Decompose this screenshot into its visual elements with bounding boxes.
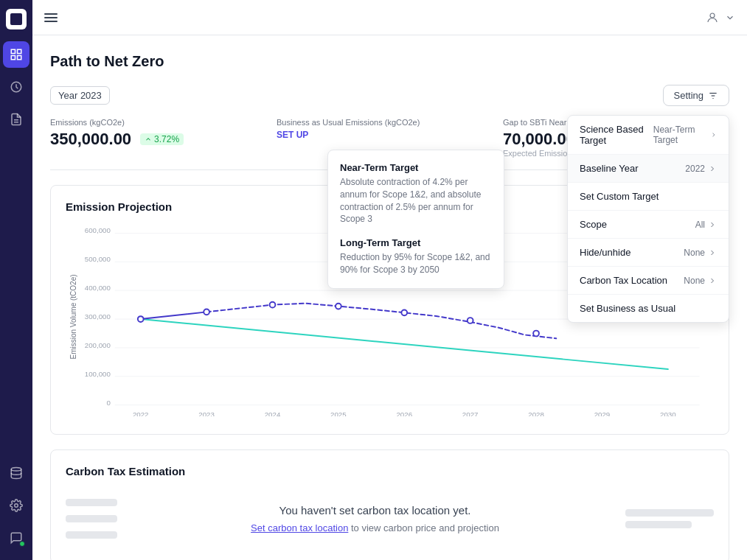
svg-text:100,000: 100,000 (85, 370, 111, 378)
settings-baseline-year[interactable]: Baseline Year 2022 (568, 155, 729, 183)
y-axis-title: Emission Volume (tCO2e) (69, 285, 77, 359)
svg-point-9 (710, 13, 715, 18)
svg-point-43 (533, 331, 539, 337)
svg-line-36 (141, 319, 668, 369)
main-content: Path to Net Zero Year 2023 Setting Emiss… (32, 0, 747, 560)
settings-business-as-usual[interactable]: Set Business as Usual (568, 295, 729, 322)
svg-text:2030: 2030 (660, 410, 676, 416)
skeleton-bar (66, 499, 117, 506)
settings-carbon-tax-location[interactable]: Carbon Tax Location None (568, 267, 729, 295)
skeleton-bar (625, 521, 692, 528)
svg-rect-3 (11, 56, 15, 60)
near-long-term-tooltip: Near-Term Target Absolute contraction of… (327, 150, 504, 289)
chevron-down-icon (725, 13, 735, 23)
chevron-right-icon (708, 220, 717, 229)
carbon-empty-desc: Set carbon tax location to view carbon p… (251, 522, 499, 533)
sidebar-item-chat[interactable] (3, 525, 29, 551)
svg-text:2026: 2026 (396, 410, 412, 416)
sidebar-item-database[interactable] (3, 460, 29, 486)
svg-point-8 (15, 504, 18, 508)
setup-link[interactable]: SET UP (277, 130, 503, 140)
settings-scope[interactable]: Scope All (568, 211, 729, 239)
settings-hide-unhide[interactable]: Hide/unhide None (568, 239, 729, 267)
chevron-right-icon (708, 276, 717, 285)
svg-text:2025: 2025 (330, 410, 347, 416)
settings-custom-target[interactable]: Set Custom Target (568, 183, 729, 211)
svg-text:600,000: 600,000 (85, 226, 111, 234)
sidebar-item-gear[interactable] (3, 492, 29, 519)
svg-point-42 (468, 318, 473, 323)
setting-button[interactable]: Setting (663, 85, 729, 106)
user-icon (706, 11, 719, 24)
svg-text:300,000: 300,000 (85, 312, 111, 321)
notification-dot (19, 541, 25, 547)
set-carbon-tax-link[interactable]: Set carbon tax location (251, 522, 348, 533)
svg-rect-2 (18, 56, 21, 60)
carbon-empty-title: You haven't set carbon tax location yet. (279, 504, 471, 517)
svg-point-41 (401, 309, 407, 315)
stat-emissions: Emissions (kgCO2e) 350,000.00 3.72% (50, 118, 277, 158)
svg-text:500,000: 500,000 (85, 255, 111, 263)
chevron-right-icon (710, 130, 717, 139)
svg-point-37 (138, 316, 144, 322)
svg-text:2024: 2024 (265, 410, 281, 416)
svg-text:0: 0 (107, 399, 111, 407)
sidebar-item-clock[interactable] (3, 74, 29, 100)
sidebar-item-docs[interactable] (3, 106, 29, 133)
skeleton-bar (66, 515, 117, 522)
svg-text:400,000: 400,000 (85, 284, 111, 292)
carbon-tax-title: Carbon Tax Estimation (66, 465, 714, 477)
filter-icon (708, 91, 718, 101)
near-term-target-item: Near-Term Target Absolute contraction of… (340, 162, 492, 225)
near-term-title: Near-Term Target (340, 162, 492, 173)
svg-point-7 (11, 468, 21, 472)
emissions-value: 350,000.00 (50, 130, 131, 149)
sidebar-item-dashboard[interactable] (3, 41, 29, 68)
sidebar (0, 0, 32, 560)
svg-point-40 (336, 304, 341, 309)
svg-text:2029: 2029 (594, 410, 611, 416)
svg-text:2028: 2028 (528, 410, 544, 416)
chevron-right-icon (708, 248, 717, 257)
app-logo (6, 9, 27, 29)
svg-rect-1 (18, 49, 21, 53)
settings-dropdown: Science Based Target Near-Term Target Ba… (567, 115, 729, 323)
svg-rect-0 (11, 49, 15, 53)
chevron-right-icon (708, 164, 717, 173)
svg-text:2023: 2023 (198, 410, 215, 416)
near-term-desc: Absolute contraction of 4.2% per annum f… (340, 176, 492, 225)
long-term-target-item: Long-Term Target Reduction by 95% for Sc… (340, 237, 492, 276)
settings-science-based-target[interactable]: Science Based Target Near-Term Target (568, 116, 729, 155)
svg-point-39 (270, 302, 276, 308)
skeleton-bar (625, 509, 714, 517)
page-content: Path to Net Zero Year 2023 Setting Emiss… (32, 35, 747, 560)
skeleton-bar (66, 531, 117, 539)
year-badge[interactable]: Year 2023 (50, 86, 110, 105)
long-term-desc: Reduction by 95% for Scope 1&2, and 90% … (340, 251, 492, 276)
svg-text:2027: 2027 (462, 410, 479, 416)
year-row: Year 2023 Setting (50, 85, 729, 106)
svg-point-38 (204, 309, 209, 315)
svg-text:2022: 2022 (133, 410, 149, 416)
svg-text:200,000: 200,000 (85, 341, 111, 349)
topbar (32, 0, 747, 35)
page-title: Path to Net Zero (50, 53, 729, 70)
long-term-title: Long-Term Target (340, 237, 492, 248)
menu-button[interactable] (44, 13, 58, 22)
emissions-change: 3.72% (140, 133, 184, 145)
carbon-tax-section: Carbon Tax Estimation You haven't set ca… (50, 449, 729, 560)
